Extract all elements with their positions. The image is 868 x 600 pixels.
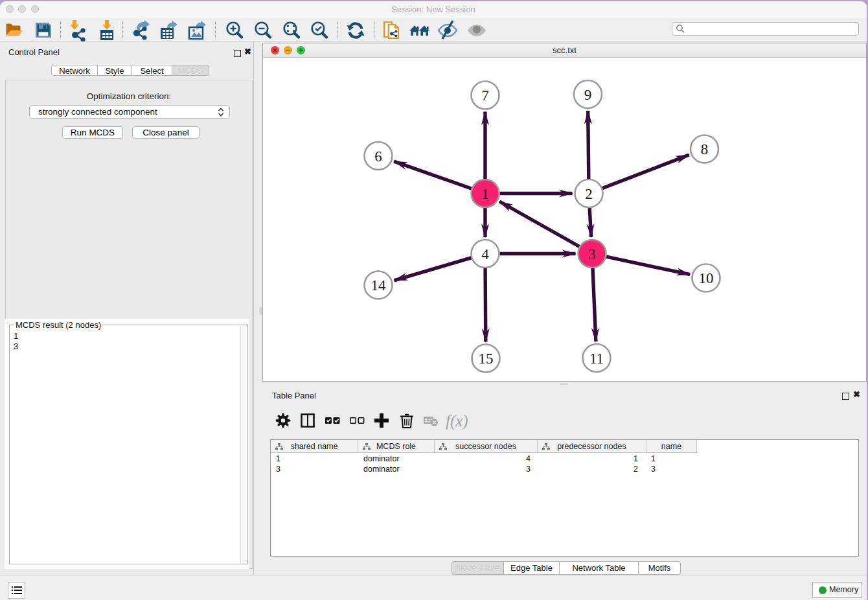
svg-text:14: 14 xyxy=(371,277,387,294)
svg-text:9: 9 xyxy=(584,87,592,103)
svg-text:10: 10 xyxy=(699,270,714,286)
svg-text:6: 6 xyxy=(374,148,382,165)
svg-text:2: 2 xyxy=(585,186,593,202)
svg-text:11: 11 xyxy=(589,351,604,367)
svg-text:3: 3 xyxy=(588,246,596,262)
svg-text:7: 7 xyxy=(481,87,489,104)
svg-text:4: 4 xyxy=(481,246,489,262)
svg-text:1: 1 xyxy=(481,186,489,202)
svg-text:15: 15 xyxy=(479,351,494,367)
svg-text:8: 8 xyxy=(701,141,709,157)
